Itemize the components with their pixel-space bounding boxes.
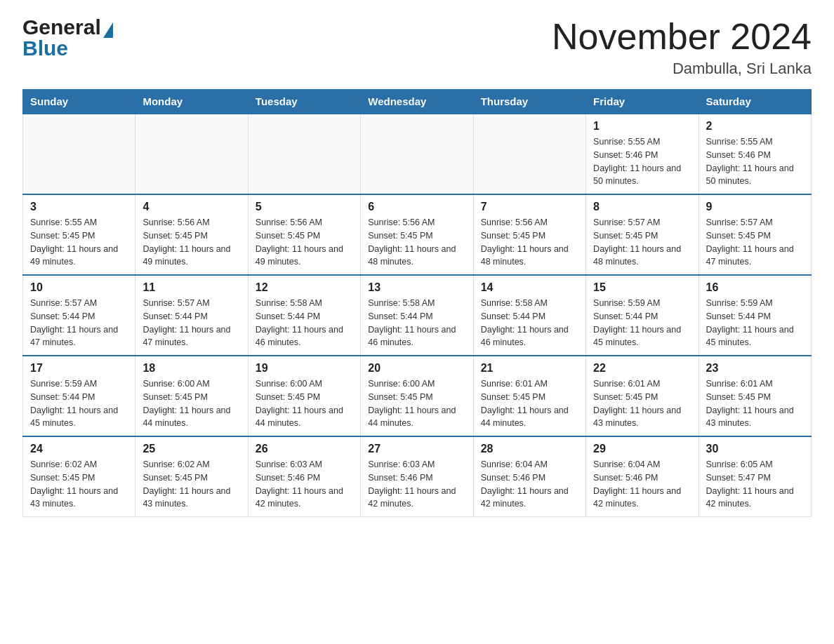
day-number: 2: [706, 120, 804, 133]
day-number: 27: [368, 443, 465, 455]
calendar-cell: 13 Sunrise: 5:58 AMSunset: 5:44 PMDaylig…: [361, 275, 473, 356]
day-number: 13: [368, 281, 465, 294]
day-info: Sunrise: 5:59 AMSunset: 5:44 PMDaylight:…: [30, 377, 128, 430]
col-header-tuesday: Tuesday: [248, 90, 360, 114]
logo-blue-text: Blue: [22, 38, 68, 59]
calendar-cell: 30 Sunrise: 6:05 AMSunset: 5:47 PMDaylig…: [699, 436, 811, 517]
calendar-cell: 18 Sunrise: 6:00 AMSunset: 5:45 PMDaylig…: [135, 356, 248, 436]
calendar-table: SundayMondayTuesdayWednesdayThursdayFrid…: [22, 89, 812, 517]
calendar-cell: 7 Sunrise: 5:56 AMSunset: 5:45 PMDayligh…: [473, 194, 585, 275]
day-number: 3: [30, 201, 128, 213]
day-number: 10: [30, 281, 128, 294]
calendar-cell: 2 Sunrise: 5:55 AMSunset: 5:46 PMDayligh…: [699, 114, 811, 194]
calendar-cell: 9 Sunrise: 5:57 AMSunset: 5:45 PMDayligh…: [699, 194, 811, 275]
day-number: 25: [143, 443, 240, 455]
day-number: 6: [368, 201, 465, 213]
day-number: 1: [593, 120, 691, 133]
day-info: Sunrise: 5:55 AMSunset: 5:45 PMDaylight:…: [30, 216, 128, 269]
day-info: Sunrise: 6:01 AMSunset: 5:45 PMDaylight:…: [481, 377, 578, 430]
calendar-cell: [361, 114, 473, 194]
day-info: Sunrise: 6:00 AMSunset: 5:45 PMDaylight:…: [256, 377, 353, 430]
calendar-cell: [23, 114, 135, 194]
day-number: 7: [481, 201, 578, 213]
calendar-week-row: 17 Sunrise: 5:59 AMSunset: 5:44 PMDaylig…: [23, 356, 812, 436]
day-info: Sunrise: 6:03 AMSunset: 5:46 PMDaylight:…: [368, 458, 465, 511]
day-number: 14: [481, 281, 578, 294]
calendar-cell: 16 Sunrise: 5:59 AMSunset: 5:44 PMDaylig…: [699, 275, 811, 356]
day-number: 19: [256, 362, 353, 375]
day-info: Sunrise: 5:56 AMSunset: 5:45 PMDaylight:…: [143, 216, 240, 269]
day-info: Sunrise: 6:02 AMSunset: 5:45 PMDaylight:…: [30, 458, 128, 511]
day-number: 17: [30, 362, 128, 375]
day-number: 26: [256, 443, 353, 455]
calendar-cell: 21 Sunrise: 6:01 AMSunset: 5:45 PMDaylig…: [473, 356, 585, 436]
day-number: 8: [593, 201, 691, 213]
day-info: Sunrise: 5:57 AMSunset: 5:44 PMDaylight:…: [143, 297, 240, 349]
day-info: Sunrise: 5:58 AMSunset: 5:44 PMDaylight:…: [481, 297, 578, 349]
calendar-cell: 20 Sunrise: 6:00 AMSunset: 5:45 PMDaylig…: [361, 356, 473, 436]
day-info: Sunrise: 6:00 AMSunset: 5:45 PMDaylight:…: [368, 377, 465, 430]
day-info: Sunrise: 6:01 AMSunset: 5:45 PMDaylight:…: [706, 377, 804, 430]
calendar-cell: 14 Sunrise: 5:58 AMSunset: 5:44 PMDaylig…: [473, 275, 585, 356]
day-number: 23: [706, 362, 804, 375]
calendar-cell: [135, 114, 248, 194]
calendar-cell: 1 Sunrise: 5:55 AMSunset: 5:46 PMDayligh…: [586, 114, 699, 194]
calendar-cell: [473, 114, 585, 194]
header-right: November 2024 Dambulla, Sri Lanka: [552, 17, 812, 78]
day-number: 5: [256, 201, 353, 213]
logo-triangle-icon: [103, 22, 113, 38]
day-number: 20: [368, 362, 465, 375]
calendar-cell: 8 Sunrise: 5:57 AMSunset: 5:45 PMDayligh…: [586, 194, 699, 275]
day-number: 15: [593, 281, 691, 294]
col-header-wednesday: Wednesday: [361, 90, 473, 114]
day-info: Sunrise: 5:59 AMSunset: 5:44 PMDaylight:…: [706, 297, 804, 349]
col-header-monday: Monday: [135, 90, 248, 114]
calendar-cell: 15 Sunrise: 5:59 AMSunset: 5:44 PMDaylig…: [586, 275, 699, 356]
calendar-cell: 4 Sunrise: 5:56 AMSunset: 5:45 PMDayligh…: [135, 194, 248, 275]
day-info: Sunrise: 5:55 AMSunset: 5:46 PMDaylight:…: [593, 135, 691, 188]
calendar-cell: [248, 114, 360, 194]
calendar-cell: 28 Sunrise: 6:04 AMSunset: 5:46 PMDaylig…: [473, 436, 585, 517]
calendar-week-row: 3 Sunrise: 5:55 AMSunset: 5:45 PMDayligh…: [23, 194, 812, 275]
day-info: Sunrise: 5:55 AMSunset: 5:46 PMDaylight:…: [706, 135, 804, 188]
calendar-header-row: SundayMondayTuesdayWednesdayThursdayFrid…: [23, 90, 812, 114]
calendar-week-row: 1 Sunrise: 5:55 AMSunset: 5:46 PMDayligh…: [23, 114, 812, 194]
month-year-title: November 2024: [552, 17, 812, 57]
col-header-sunday: Sunday: [23, 90, 135, 114]
day-number: 16: [706, 281, 804, 294]
day-info: Sunrise: 6:03 AMSunset: 5:46 PMDaylight:…: [256, 458, 353, 511]
day-info: Sunrise: 5:59 AMSunset: 5:44 PMDaylight:…: [593, 297, 691, 349]
calendar-week-row: 24 Sunrise: 6:02 AMSunset: 5:45 PMDaylig…: [23, 436, 812, 517]
day-info: Sunrise: 6:04 AMSunset: 5:46 PMDaylight:…: [593, 458, 691, 511]
day-info: Sunrise: 5:57 AMSunset: 5:45 PMDaylight:…: [593, 216, 691, 269]
calendar-cell: 11 Sunrise: 5:57 AMSunset: 5:44 PMDaylig…: [135, 275, 248, 356]
day-number: 12: [256, 281, 353, 294]
page-header: General Blue November 2024 Dambulla, Sri…: [22, 17, 812, 78]
day-info: Sunrise: 5:58 AMSunset: 5:44 PMDaylight:…: [256, 297, 353, 349]
location-title: Dambulla, Sri Lanka: [552, 60, 812, 78]
day-number: 18: [143, 362, 240, 375]
calendar-cell: 10 Sunrise: 5:57 AMSunset: 5:44 PMDaylig…: [23, 275, 135, 356]
day-number: 29: [593, 443, 691, 455]
day-info: Sunrise: 6:04 AMSunset: 5:46 PMDaylight:…: [481, 458, 578, 511]
calendar-cell: 23 Sunrise: 6:01 AMSunset: 5:45 PMDaylig…: [699, 356, 811, 436]
day-info: Sunrise: 6:01 AMSunset: 5:45 PMDaylight:…: [593, 377, 691, 430]
col-header-saturday: Saturday: [699, 90, 811, 114]
day-number: 24: [30, 443, 128, 455]
day-info: Sunrise: 6:05 AMSunset: 5:47 PMDaylight:…: [706, 458, 804, 511]
logo-general-text: General: [22, 17, 101, 38]
logo: General Blue: [22, 17, 113, 59]
day-info: Sunrise: 5:56 AMSunset: 5:45 PMDaylight:…: [368, 216, 465, 269]
calendar-cell: 3 Sunrise: 5:55 AMSunset: 5:45 PMDayligh…: [23, 194, 135, 275]
day-info: Sunrise: 5:58 AMSunset: 5:44 PMDaylight:…: [368, 297, 465, 349]
day-info: Sunrise: 5:57 AMSunset: 5:44 PMDaylight:…: [30, 297, 128, 349]
calendar-cell: 25 Sunrise: 6:02 AMSunset: 5:45 PMDaylig…: [135, 436, 248, 517]
calendar-week-row: 10 Sunrise: 5:57 AMSunset: 5:44 PMDaylig…: [23, 275, 812, 356]
calendar-cell: 24 Sunrise: 6:02 AMSunset: 5:45 PMDaylig…: [23, 436, 135, 517]
calendar-cell: 6 Sunrise: 5:56 AMSunset: 5:45 PMDayligh…: [361, 194, 473, 275]
day-info: Sunrise: 5:57 AMSunset: 5:45 PMDaylight:…: [706, 216, 804, 269]
day-number: 11: [143, 281, 240, 294]
calendar-cell: 19 Sunrise: 6:00 AMSunset: 5:45 PMDaylig…: [248, 356, 360, 436]
day-info: Sunrise: 6:00 AMSunset: 5:45 PMDaylight:…: [143, 377, 240, 430]
col-header-friday: Friday: [586, 90, 699, 114]
